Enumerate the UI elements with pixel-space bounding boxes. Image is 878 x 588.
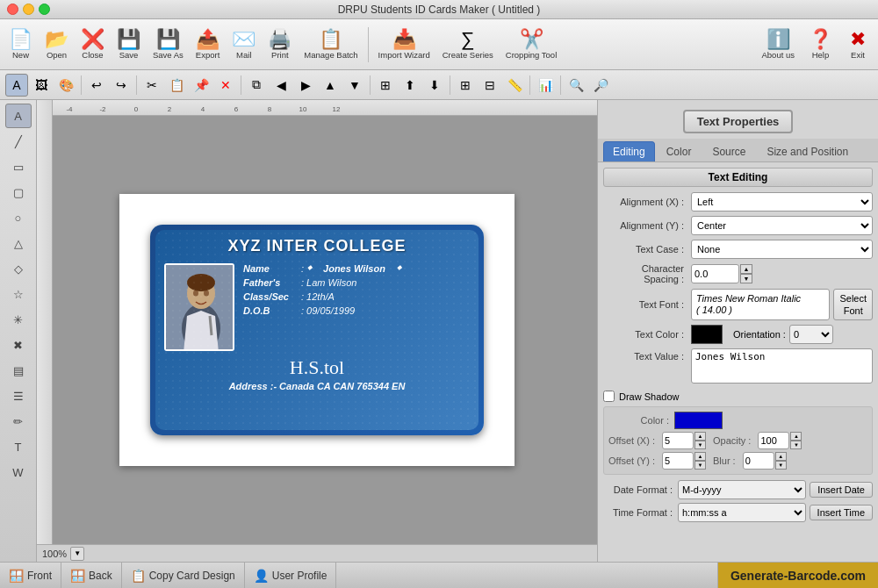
char-spacing-input[interactable] [691, 264, 739, 283]
diamond-tool[interactable]: ◇ [5, 256, 32, 281]
copy-card-button[interactable]: 📋 Copy Card Design [122, 563, 245, 588]
ruler-button[interactable]: 📏 [503, 74, 526, 97]
rounded-rect-tool[interactable]: ▢ [5, 180, 32, 204]
exit-button[interactable]: ✖ Exit [841, 27, 874, 62]
shadow-blur-up[interactable]: ▲ [775, 452, 787, 461]
save-button[interactable]: 💾 Save [112, 27, 146, 62]
shadow-color-swatch[interactable] [674, 412, 723, 429]
shadow-offset-y-down[interactable]: ▼ [694, 461, 706, 470]
front-button[interactable]: 🪟 Front [0, 563, 61, 588]
import-wizard-button[interactable]: 📥 Import Wizard [373, 27, 435, 62]
canvas-white[interactable]: XYZ INTER COLLEGE [119, 194, 515, 466]
date-format-select[interactable]: M-d-yyyyMM/dd/yyyydd-MM-yyyy [678, 480, 806, 499]
create-series-button[interactable]: ∑ Create Series [437, 27, 499, 62]
maximize-window-button[interactable] [39, 4, 50, 15]
mail-button[interactable]: ✉️ Mail [227, 27, 261, 62]
select-font-button[interactable]: Select Font [833, 289, 873, 320]
char-spacing-up[interactable]: ▲ [740, 264, 752, 274]
undo-button[interactable]: ↩ [85, 74, 108, 97]
shadow-blur-input[interactable] [743, 452, 774, 470]
shadow-offset-y-up[interactable]: ▲ [694, 452, 706, 461]
alignment-y-select[interactable]: TopCenterBottom [691, 216, 873, 235]
shadow-opacity-input[interactable] [758, 432, 789, 449]
cut-button[interactable]: ✂ [140, 74, 163, 97]
shadow-offset-y-input[interactable] [662, 452, 694, 470]
zoom-dropdown-button[interactable]: ▼ [70, 547, 84, 561]
tab-size-position[interactable]: Size and Position [757, 141, 858, 161]
paste-button[interactable]: 📌 [190, 74, 212, 97]
text-format-tool[interactable]: T [5, 434, 32, 459]
insert-time-button[interactable]: Insert Time [810, 505, 873, 520]
move-down-button[interactable]: ▼ [343, 74, 366, 97]
triangle-tool[interactable]: △ [5, 231, 32, 255]
alignment-x-select[interactable]: LeftCenterRight [691, 192, 873, 212]
cross-tool[interactable]: ✖ [5, 333, 32, 357]
char-spacing-down[interactable]: ▼ [740, 274, 752, 283]
open-button[interactable]: 📂 Open [40, 27, 74, 62]
about-button[interactable]: ℹ️ About us [757, 27, 801, 62]
clip-art-button[interactable]: 🎨 [54, 74, 77, 97]
barcode-tool[interactable]: ▤ [5, 358, 32, 383]
draw-shadow-checkbox[interactable] [603, 391, 615, 402]
shadow-blur-down[interactable]: ▼ [775, 461, 787, 470]
pencil-tool[interactable]: ✏ [5, 409, 32, 434]
select-tool[interactable]: A [5, 104, 32, 128]
print-button[interactable]: 🖨️ Print [263, 27, 297, 62]
minimize-window-button[interactable] [23, 4, 34, 15]
shadow-offset-x-down[interactable]: ▼ [694, 441, 706, 449]
grid-button[interactable]: ⊞ [454, 74, 477, 97]
alignment-y-label: Alignment (Y) : [603, 220, 691, 231]
user-profile-button[interactable]: 👤 User Profile [245, 563, 337, 588]
mail-label: Mail [236, 50, 251, 60]
back-button[interactable]: 🪟 Back [61, 563, 122, 588]
delete-button[interactable]: ✕ [214, 74, 237, 97]
shadow-opacity-up[interactable]: ▲ [790, 432, 802, 441]
bring-front-button[interactable]: ⬆ [399, 74, 421, 97]
manage-batch-button[interactable]: 📋 Manage Batch [299, 27, 363, 62]
tab-source[interactable]: Source [702, 141, 755, 161]
canvas-workspace[interactable]: -4 -2 0 2 4 6 8 10 12 [37, 100, 597, 544]
cropping-tool-icon: ✂️ [520, 30, 543, 49]
tab-editing[interactable]: Editing [603, 141, 655, 161]
bottom-bar: 🪟 Front 🪟 Back 📋 Copy Card Design 👤 User… [0, 562, 878, 588]
zoom-in-button[interactable]: 🔍 [565, 74, 587, 97]
orientation-select[interactable]: 090180270 [789, 325, 833, 344]
chart-button[interactable]: 📊 [534, 74, 557, 97]
text-color-swatch[interactable] [691, 325, 723, 344]
align-button[interactable]: ⊞ [374, 74, 397, 97]
snap-button[interactable]: ⊟ [479, 74, 501, 97]
send-back-button[interactable]: ⬇ [423, 74, 446, 97]
move-up-button[interactable]: ▲ [319, 74, 342, 97]
snowflake-tool[interactable]: ✳ [5, 307, 32, 332]
duplicate-button[interactable]: ⧉ [245, 74, 268, 97]
new-button[interactable]: 📄 New [4, 27, 38, 62]
shadow-offset-x-up[interactable]: ▲ [694, 432, 706, 441]
close-button[interactable]: ❌ Close [76, 27, 110, 62]
move-right-button[interactable]: ▶ [294, 74, 317, 97]
time-format-select[interactable]: h:mm:ss aHH:mm:ss [678, 503, 806, 522]
text-case-select[interactable]: NoneUPPERlower [691, 240, 873, 259]
help-button[interactable]: ❓ Help [803, 27, 838, 62]
close-window-button[interactable] [7, 4, 18, 15]
redo-button[interactable]: ↪ [110, 74, 133, 97]
tab-color[interactable]: Color [657, 141, 702, 161]
star-tool[interactable]: ☆ [5, 282, 32, 306]
zoom-out-button[interactable]: 🔎 [589, 74, 612, 97]
line-tool[interactable]: ╱ [5, 129, 32, 154]
word-art-tool[interactable]: W [5, 460, 32, 484]
rect-tool[interactable]: ▭ [5, 154, 32, 179]
move-left-button[interactable]: ◀ [270, 74, 292, 97]
shadow-offset-x-input[interactable] [662, 432, 694, 449]
image-button[interactable]: 🖼 [30, 74, 53, 97]
ellipse-tool[interactable]: ○ [5, 205, 32, 230]
cropping-tool-button[interactable]: ✂️ Cropping Tool [500, 27, 562, 62]
shadow-opacity-down[interactable]: ▼ [790, 441, 802, 449]
copy-button[interactable]: 📋 [165, 74, 188, 97]
list-tool[interactable]: ☰ [5, 384, 32, 408]
insert-date-button[interactable]: Insert Date [810, 482, 873, 498]
text-value-input[interactable]: Jones Wilson [691, 348, 873, 384]
save-as-button[interactable]: 💾 Save As [148, 27, 189, 62]
id-card[interactable]: XYZ INTER COLLEGE [150, 225, 484, 435]
export-button[interactable]: 📤 Export [191, 27, 225, 62]
text-tool-button[interactable]: A [5, 74, 28, 97]
